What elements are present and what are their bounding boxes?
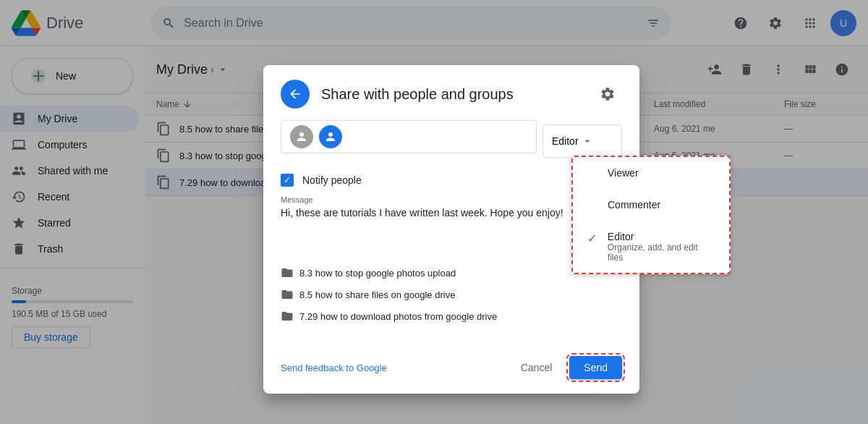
- modal-back-button[interactable]: [281, 80, 310, 109]
- modal-settings-button[interactable]: [593, 80, 622, 109]
- shared-item-row: 8.5 how to share files on google drive: [281, 284, 622, 305]
- modal-header: Share with people and groups: [263, 65, 639, 120]
- modal-title: Share with people and groups: [321, 86, 582, 103]
- recipient-input[interactable]: [348, 131, 527, 143]
- role-name: Editor: [608, 231, 715, 242]
- role-check-icon: ✓: [587, 232, 599, 245]
- avatar-1: [290, 125, 313, 148]
- modal-footer: Send feedback to Google Cancel Send: [263, 350, 639, 394]
- shared-item-name: 8.5 how to share files on google drive: [299, 289, 455, 300]
- shared-item-name: 8.3 how to stop google photos upload: [299, 268, 456, 279]
- editor-role-button[interactable]: Editor: [542, 124, 622, 158]
- feedback-link[interactable]: Send feedback to Google: [281, 362, 387, 373]
- shared-item-row: 7.29 how to download photos from google …: [281, 305, 622, 327]
- role-dropdown: Viewer Commenter ✓ Editor Organize, add,…: [571, 156, 731, 274]
- shared-item-name: 7.29 how to download photos from google …: [299, 311, 497, 322]
- role-name: Commenter: [608, 199, 660, 211]
- editor-chevron-icon: [582, 135, 593, 147]
- recipient-input-area[interactable]: [281, 120, 537, 153]
- avatar-2: [319, 125, 342, 148]
- folder-icon: [281, 266, 294, 279]
- folder-icon: [281, 310, 294, 323]
- role-option-viewer[interactable]: Viewer: [573, 157, 729, 189]
- cancel-button[interactable]: Cancel: [509, 356, 564, 379]
- notify-label: Notify people: [302, 174, 362, 186]
- role-desc: Organize, add, and edit files: [608, 242, 715, 263]
- send-button[interactable]: Send: [569, 356, 622, 379]
- page-wrapper: Drive U: [0, 0, 868, 424]
- footer-actions: Cancel Send: [509, 356, 622, 379]
- notify-checkbox[interactable]: ✓: [281, 174, 294, 187]
- role-option-editor[interactable]: ✓ Editor Organize, add, and edit files: [573, 221, 729, 273]
- editor-role-label: Editor: [552, 135, 579, 147]
- role-name: Viewer: [608, 167, 639, 179]
- role-option-commenter[interactable]: Commenter: [573, 189, 729, 221]
- folder-icon: [281, 288, 294, 301]
- recipient-section: Editor: [281, 120, 622, 162]
